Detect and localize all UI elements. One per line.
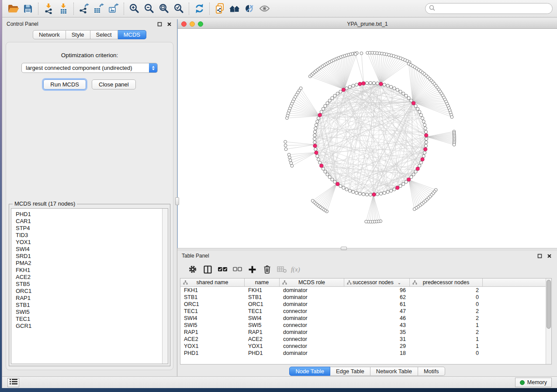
- column-header-successor-nodes[interactable]: successor nodes⌄: [344, 279, 410, 286]
- mcds-result-item[interactable]: ORC1: [16, 288, 163, 295]
- network-canvas[interactable]: [178, 29, 557, 248]
- mcds-result-item[interactable]: CAR1: [16, 218, 163, 225]
- tab-select[interactable]: Select: [90, 30, 118, 39]
- import-network-icon[interactable]: [41, 2, 56, 16]
- clear-selection-checkboxes-icon[interactable]: [231, 263, 244, 276]
- tab-node-table[interactable]: Node Table: [289, 367, 330, 376]
- mcds-result-item[interactable]: YOX1: [16, 239, 163, 246]
- table-cell: TEC1: [180, 308, 245, 315]
- close-table-panel-icon[interactable]: [546, 252, 553, 259]
- column-header-predecessor-nodes[interactable]: predecessor nodes: [410, 279, 483, 286]
- mcds-result-item[interactable]: TID3: [16, 232, 163, 239]
- table-cell: 61: [344, 301, 410, 308]
- memory-button[interactable]: Memory: [515, 378, 552, 387]
- table-cell: 35: [344, 329, 410, 336]
- mcds-result-scrollbar[interactable]: [162, 209, 168, 364]
- home-icon[interactable]: [227, 2, 242, 16]
- delete-table-icon: [275, 263, 288, 276]
- criterion-select[interactable]: largest connected component (undirected): [21, 63, 158, 73]
- table-row[interactable]: PHD1PHD1dominator180: [180, 350, 551, 357]
- tab-network-table[interactable]: Network Table: [370, 367, 418, 376]
- refresh-layout-icon[interactable]: [192, 2, 207, 16]
- share-document-icon[interactable]: [212, 2, 227, 16]
- mcds-result-item[interactable]: STP4: [16, 225, 163, 232]
- memory-status-icon: [520, 380, 525, 385]
- search-box[interactable]: [425, 3, 553, 14]
- search-input[interactable]: [437, 6, 549, 12]
- zoom-out-icon[interactable]: [142, 2, 156, 16]
- mcds-result-item[interactable]: RAP1: [16, 295, 163, 302]
- mcds-result-item[interactable]: STB5: [16, 281, 163, 288]
- table-scrollbar-thumb[interactable]: [547, 280, 551, 329]
- float-table-panel-icon[interactable]: [536, 252, 543, 259]
- desktop: Control Panel NetworkStyleSelectMCDS Opt…: [0, 0, 557, 392]
- mcds-result-item[interactable]: SWI4: [16, 246, 163, 253]
- mcds-result-item[interactable]: PHD1: [16, 211, 163, 218]
- table-row[interactable]: ORC1ORC1dominator610: [180, 301, 551, 308]
- tab-edge-table[interactable]: Edge Table: [330, 367, 370, 376]
- select-all-checkboxes-icon[interactable]: [216, 263, 229, 276]
- table-cell: connector: [280, 308, 344, 315]
- table-cell: SWI4: [245, 315, 280, 322]
- mcds-result-item[interactable]: SWI5: [16, 309, 163, 316]
- tab-style[interactable]: Style: [66, 30, 90, 39]
- table-cell: 29: [344, 343, 410, 350]
- mcds-result-item[interactable]: SRD1: [16, 253, 163, 260]
- horizontal-splitter-handle[interactable]: [341, 247, 347, 250]
- import-table-icon[interactable]: [56, 2, 71, 16]
- column-header-name[interactable]: name: [245, 279, 280, 286]
- export-image-icon[interactable]: [106, 2, 121, 16]
- table-row[interactable]: YOX1YOX1connector291: [180, 343, 551, 350]
- mcds-result-item[interactable]: TEC1: [16, 316, 163, 323]
- table-cell: connector: [280, 322, 344, 329]
- table-row[interactable]: FKH1FKH1dominator962: [180, 287, 551, 294]
- mcds-result-item[interactable]: FKH1: [16, 267, 163, 274]
- hide-panels-icon[interactable]: [242, 2, 257, 16]
- save-session-icon[interactable]: [21, 2, 35, 16]
- hierarchy-icon: [412, 280, 417, 286]
- mcds-result-item[interactable]: GCR1: [16, 323, 163, 330]
- column-header-MCDS-role[interactable]: MCDS role: [280, 279, 344, 286]
- zoom-in-icon[interactable]: [127, 2, 142, 16]
- table-row[interactable]: RAP1RAP1dominator352: [180, 329, 551, 336]
- preview-eye-icon[interactable]: [257, 2, 272, 16]
- table-cell: dominator: [280, 315, 344, 322]
- table-cell: 0: [410, 350, 483, 357]
- table-cell: ACE2: [245, 336, 280, 343]
- mcds-result-item[interactable]: ACE2: [16, 274, 163, 281]
- delete-column-icon[interactable]: [260, 263, 273, 276]
- tab-network[interactable]: Network: [33, 30, 66, 39]
- zoom-fit-icon[interactable]: [156, 2, 171, 16]
- column-header-shared-name[interactable]: shared name: [180, 279, 245, 286]
- run-mcds-button[interactable]: Run MCDS: [43, 79, 86, 89]
- close-panel-button[interactable]: Close panel: [92, 79, 136, 89]
- table-row[interactable]: ACE2ACE2connector311: [180, 336, 551, 343]
- add-column-icon[interactable]: [246, 263, 259, 276]
- task-history-button[interactable]: [7, 378, 19, 387]
- table-row[interactable]: STB1STB1dominator620: [180, 294, 551, 301]
- hierarchy-icon: [183, 280, 188, 286]
- export-network-icon[interactable]: [76, 2, 91, 16]
- network-graph[interactable]: [178, 29, 557, 246]
- zoom-selected-icon[interactable]: [171, 2, 186, 16]
- column-header-filler: [483, 279, 551, 286]
- mcds-result-item[interactable]: STB1: [16, 302, 163, 309]
- table-row[interactable]: SWI4SWI4dominator462: [180, 315, 551, 322]
- table-cell: 0: [410, 301, 483, 308]
- float-panel-icon[interactable]: [156, 21, 163, 28]
- close-panel-icon[interactable]: [166, 21, 173, 28]
- export-table-icon[interactable]: [91, 2, 106, 16]
- table-row[interactable]: SWI5SWI5connector431: [180, 322, 551, 329]
- mcds-result-item[interactable]: PMA2: [16, 260, 163, 267]
- settings-gear-icon[interactable]: [186, 263, 199, 276]
- horizontal-splitter[interactable]: [177, 248, 557, 251]
- vertical-splitter-handle[interactable]: [175, 197, 179, 205]
- table-row[interactable]: TEC1TEC1connector472: [180, 308, 551, 315]
- open-file-icon[interactable]: [6, 2, 21, 16]
- svg-text:f(x): f(x): [291, 266, 300, 273]
- table-cell: 96: [344, 287, 410, 294]
- tab-motifs[interactable]: Motifs: [418, 367, 445, 376]
- table-scrollbar-track[interactable]: [546, 279, 551, 364]
- column-visibility-icon[interactable]: [201, 263, 214, 276]
- tab-mcds[interactable]: MCDS: [118, 30, 146, 39]
